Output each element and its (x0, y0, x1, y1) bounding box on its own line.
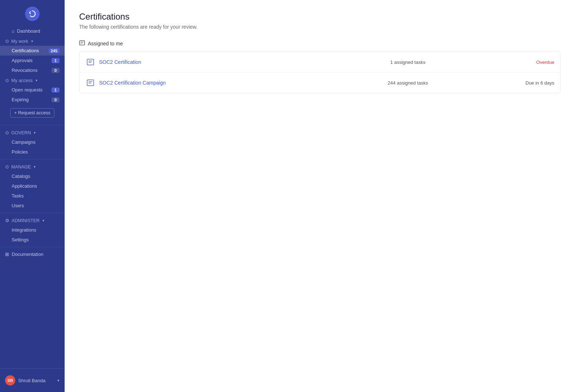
user-menu[interactable]: SB Shruti Banda ▾ (0, 372, 65, 388)
certifications-badge: 245 (49, 48, 60, 53)
my-work-icon: ⊙ (5, 38, 9, 44)
sidebar-item-catalogs[interactable]: Catalogs (0, 171, 65, 181)
main-content: Certifications The following certificati… (65, 0, 575, 392)
divider-2 (0, 159, 65, 159)
svg-rect-6 (87, 80, 94, 86)
manage-chevron: ▾ (34, 165, 36, 169)
documentation-icon: ⊞ (5, 252, 9, 257)
sidebar-item-expiring[interactable]: Expiring 0 (0, 95, 65, 105)
manage-icon: ⊙ (5, 164, 9, 170)
user-name: Shruti Banda (18, 378, 54, 383)
govern-chevron: ▾ (34, 131, 36, 135)
sidebar-item-integrations[interactable]: Integrations (0, 225, 65, 235)
cert-tasks-1: 244 assigned tasks (305, 80, 511, 86)
user-dropdown-chevron: ▾ (57, 378, 60, 383)
my-access-chevron: ▾ (36, 78, 37, 82)
sidebar-item-approvals[interactable]: Approvals 1 (0, 56, 65, 65)
sidebar-item-campaigns[interactable]: Campaigns (0, 137, 65, 147)
sidebar-item-dashboard[interactable]: ⌂ Dashboard (0, 26, 65, 36)
sidebar-item-users[interactable]: Users (0, 201, 65, 211)
sidebar-item-tasks[interactable]: Tasks (0, 191, 65, 201)
svg-rect-0 (79, 41, 85, 45)
divider-4 (0, 247, 65, 247)
revocations-badge: 0 (52, 68, 60, 73)
cert-name-1[interactable]: SOC2 Certification Campaign (99, 80, 305, 86)
logo-icon (25, 7, 40, 21)
cert-row-icon-1 (85, 78, 95, 88)
sidebar-section-govern[interactable]: ⊙ GOVERN ▾ (0, 127, 65, 137)
table-row[interactable]: SOC2 Certification 1 assigned tasks Over… (79, 52, 560, 73)
approvals-badge: 1 (52, 58, 60, 63)
cert-status-1: Due in 6 days (511, 80, 554, 86)
section-label: Assigned to me (88, 41, 123, 46)
my-access-icon: ⊙ (5, 78, 9, 83)
svg-rect-3 (87, 59, 94, 65)
request-access-button[interactable]: + Request access (10, 108, 54, 118)
cert-status-0: Overdue (511, 60, 554, 65)
section-icon (79, 40, 85, 47)
sidebar-item-policies[interactable]: Policies (0, 147, 65, 157)
avatar: SB (5, 375, 15, 385)
sidebar-item-revocations[interactable]: Revocations 0 (0, 65, 65, 75)
divider-1 (0, 125, 65, 125)
sidebar-item-documentation[interactable]: ⊞ Documentation (0, 249, 65, 259)
cert-row-icon-0 (85, 57, 95, 67)
section-header: Assigned to me (79, 40, 560, 47)
sidebar-section-my-work[interactable]: ⊙ My work ▾ (0, 36, 65, 46)
sidebar-item-settings[interactable]: Settings (0, 235, 65, 245)
cert-name-0[interactable]: SOC2 Certification (99, 59, 305, 65)
administer-chevron: ▾ (42, 219, 44, 222)
administer-icon: ⚙ (5, 218, 9, 223)
divider-3 (0, 213, 65, 213)
sidebar-section-manage[interactable]: ⊙ MANAGE ▾ (0, 162, 65, 171)
expiring-badge: 0 (52, 97, 60, 102)
sidebar-item-open-requests[interactable]: Open requests 1 (0, 85, 65, 95)
page-subtitle: The following certifications are ready f… (79, 24, 560, 30)
sidebar-item-certifications[interactable]: Certifications 245 (0, 46, 65, 56)
certification-list: SOC2 Certification 1 assigned tasks Over… (79, 52, 560, 93)
sidebar-section-administer[interactable]: ⚙ ADMINISTER ▾ (0, 215, 65, 225)
page-title: Certifications (79, 12, 560, 22)
app-logo (0, 0, 65, 26)
cert-tasks-0: 1 assigned tasks (305, 60, 511, 65)
sidebar-bottom: SB Shruti Banda ▾ (0, 368, 65, 392)
my-work-chevron: ▾ (31, 39, 33, 43)
sidebar-section-my-access[interactable]: ⊙ My access ▾ (0, 75, 65, 85)
govern-icon: ⊙ (5, 130, 9, 135)
sidebar-item-applications[interactable]: Applications (0, 181, 65, 191)
table-row[interactable]: SOC2 Certification Campaign 244 assigned… (79, 73, 560, 93)
sidebar: ⌂ Dashboard ⊙ My work ▾ Certifications 2… (0, 0, 65, 392)
home-icon: ⌂ (12, 28, 15, 34)
open-requests-badge: 1 (52, 87, 60, 93)
